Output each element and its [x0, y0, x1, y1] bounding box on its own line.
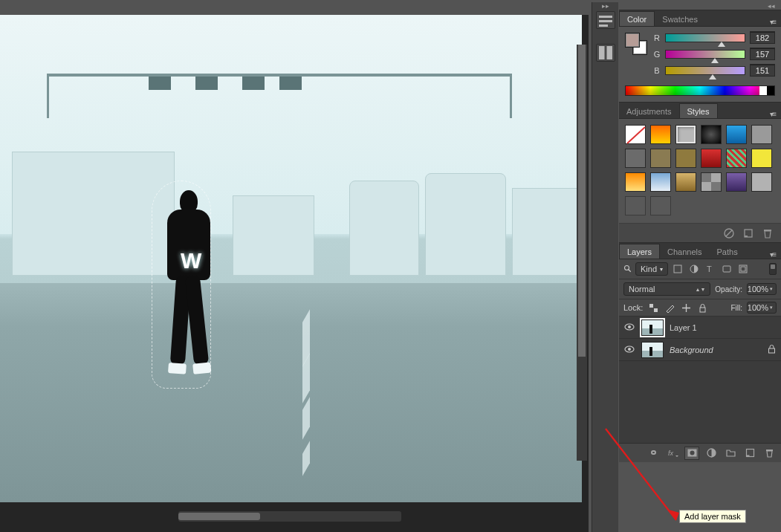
opacity-value-field[interactable]: 100% ▾ [747, 283, 777, 295]
panel-flyout-menu-icon[interactable]: ▾≡ [767, 250, 778, 259]
filter-toggle-switch[interactable] [769, 263, 777, 275]
scrollbar-thumb[interactable] [178, 513, 260, 520]
white-chip[interactable] [759, 86, 767, 95]
layer-thumbnail[interactable] [641, 342, 664, 358]
style-swatch-bronze[interactable] [650, 149, 671, 168]
lock-position-icon[interactable] [680, 302, 692, 313]
link-layers-icon[interactable] [646, 447, 661, 460]
style-swatch-stripes[interactable] [726, 149, 747, 168]
svg-rect-13 [674, 265, 681, 273]
panel-flyout-menu-icon[interactable]: ▾≡ [767, 110, 778, 118]
input-blue-value[interactable] [750, 64, 775, 77]
canvas[interactable]: W [0, 15, 582, 502]
lock-label: Lock: [623, 303, 643, 312]
visibility-eye-icon[interactable] [623, 323, 635, 332]
tooltip-add-layer-mask: Add layer mask [679, 510, 746, 523]
filter-shape-icon[interactable] [720, 263, 733, 275]
visibility-eye-icon[interactable] [623, 346, 635, 354]
new-style-icon[interactable] [742, 227, 754, 239]
collapsed-panel-history[interactable] [596, 11, 615, 29]
style-swatch-purple[interactable] [726, 172, 747, 192]
layer-filter-bar: Kind ▾ T [619, 259, 781, 279]
foreground-background-swatch[interactable] [625, 33, 647, 55]
new-adjustment-layer-icon[interactable] [704, 447, 719, 460]
style-swatch-orange-gradient[interactable] [650, 125, 671, 144]
layer-style-fx-icon[interactable]: fx [665, 447, 680, 460]
style-swatch-bevel-gray[interactable] [675, 125, 696, 144]
tab-adjustments[interactable]: Adjustments [619, 104, 679, 118]
filter-pixel-icon[interactable] [671, 263, 684, 275]
style-swatch-no-style[interactable] [625, 125, 646, 144]
canvas-horizontal-scrollbar[interactable] [178, 511, 401, 522]
no-style-icon[interactable] [723, 227, 735, 239]
layer-name[interactable]: Layer 1 [670, 323, 762, 332]
style-swatch-gold-dark[interactable] [675, 149, 696, 168]
panel-flyout-menu-icon[interactable]: ▾≡ [767, 18, 778, 26]
style-swatch-sunset[interactable] [625, 172, 646, 192]
collapse-arrows-icon[interactable]: ▸▸ [592, 2, 618, 10]
tab-color[interactable]: Color [619, 11, 655, 26]
style-swatch-empty1[interactable] [625, 196, 646, 215]
svg-rect-9 [745, 236, 748, 237]
blend-mode-dropdown[interactable]: Normal ▲▼ [623, 282, 710, 296]
fill-label: Fill: [730, 304, 742, 312]
tab-swatches[interactable]: Swatches [655, 12, 705, 26]
chevron-down-icon: ▾ [770, 305, 773, 311]
scrollbar-thumb[interactable] [578, 45, 586, 357]
layer-row[interactable]: Background [619, 339, 781, 361]
filter-type-icon[interactable]: T [704, 263, 717, 275]
svg-point-11 [625, 266, 629, 270]
chevron-down-icon: ▾ [770, 286, 773, 292]
tab-layers[interactable]: Layers [619, 244, 660, 259]
style-swatch-metal-dark[interactable] [625, 149, 646, 168]
style-swatch-flat-gray[interactable] [751, 125, 772, 144]
svg-line-5 [627, 127, 645, 143]
canvas-vertical-scrollbar[interactable] [577, 45, 587, 461]
style-swatch-red-gradient[interactable] [701, 149, 722, 168]
lock-transparent-icon[interactable] [647, 302, 659, 313]
style-swatch-blank-gray[interactable] [751, 172, 772, 192]
svg-rect-10 [764, 230, 771, 231]
style-swatch-wood[interactable] [675, 172, 696, 192]
delete-style-icon[interactable] [762, 227, 774, 239]
filter-adjustment-icon[interactable] [687, 263, 701, 275]
slider-red[interactable] [665, 33, 745, 42]
new-layer-icon[interactable] [742, 447, 757, 460]
style-swatch-checks[interactable] [701, 172, 722, 192]
foreground-color-swatch[interactable] [625, 33, 640, 48]
svg-rect-19 [649, 304, 653, 308]
style-swatch-vignette[interactable] [701, 125, 722, 144]
new-group-icon[interactable] [723, 447, 738, 460]
style-swatch-yellow[interactable] [751, 149, 772, 168]
tab-paths[interactable]: Paths [710, 244, 745, 259]
input-green-value[interactable] [750, 48, 775, 60]
svg-line-7 [726, 230, 732, 236]
add-layer-mask-icon[interactable] [684, 447, 699, 460]
layer-name[interactable]: Background [670, 346, 762, 354]
slider-green[interactable] [665, 50, 745, 59]
lock-all-icon[interactable] [696, 302, 708, 313]
collapse-arrows-icon[interactable]: ◂◂ [619, 2, 781, 10]
layers-panel-footer: fx [619, 443, 781, 462]
style-swatch-blue-gradient[interactable] [726, 125, 747, 144]
filter-kind-dropdown[interactable]: Kind ▾ [635, 262, 668, 276]
svg-rect-33 [766, 450, 773, 451]
style-swatch-empty2[interactable] [650, 196, 671, 215]
lock-pixels-icon[interactable] [664, 302, 675, 313]
black-chip[interactable] [767, 86, 774, 95]
delete-layer-icon[interactable] [762, 447, 777, 460]
input-red-value[interactable] [750, 31, 775, 44]
search-icon [623, 265, 632, 273]
tab-channels[interactable]: Channels [660, 244, 709, 259]
collapsed-panel-properties[interactable] [596, 44, 615, 62]
tab-styles[interactable]: Styles [679, 103, 718, 118]
color-spectrum-bar[interactable] [625, 85, 775, 96]
slider-blue[interactable] [665, 66, 745, 75]
layer-thumbnail[interactable] [641, 319, 664, 336]
style-swatch-sky[interactable] [650, 172, 671, 192]
filter-smartobject-icon[interactable] [736, 263, 750, 275]
layer-row[interactable]: Layer 1 [619, 317, 781, 339]
fill-value-field[interactable]: 100% ▾ [747, 302, 777, 314]
chevron-down-icon: ▾ [660, 266, 663, 273]
styles-panel: Adjustments Styles ▾≡ [619, 102, 781, 242]
